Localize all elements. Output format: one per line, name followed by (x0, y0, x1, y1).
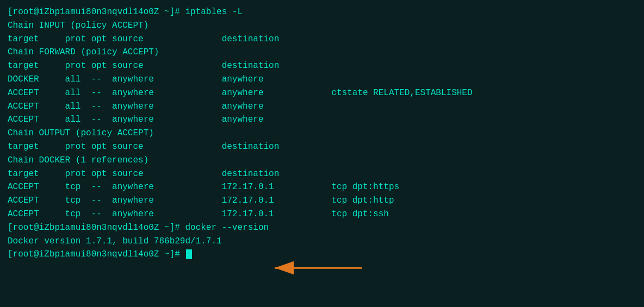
terminal-line: target prot opt source destination (8, 167, 636, 181)
terminal-line: ACCEPT all -- anywhere anywhere ctstate … (8, 86, 636, 100)
terminal-line: Chain INPUT (policy ACCEPT) (8, 19, 636, 33)
terminal-line: Chain FORWARD (policy ACCEPT) (8, 46, 636, 59)
terminal-line: ACCEPT all -- anywhere anywhere (8, 113, 636, 127)
terminal-line: target prot opt source destination (8, 140, 636, 154)
terminal-line: ACCEPT tcp -- anywhere 172.17.0.1 tcp dp… (8, 180, 636, 194)
terminal-line: Docker version 1.7.1, build 786b29d/1.7.… (8, 235, 636, 248)
terminal-line: Chain OUTPUT (policy ACCEPT) (8, 127, 636, 140)
terminal-window[interactable]: [root@iZbp1amui80n3nqvdl14o0Z ~]# iptabl… (0, 0, 644, 307)
terminal-line: [root@iZbp1amui80n3nqvdl14o0Z ~]# docker… (8, 221, 636, 235)
terminal-line: ACCEPT tcp -- anywhere 172.17.0.1 tcp dp… (8, 208, 636, 221)
terminal-line: DOCKER all -- anywhere anywhere (8, 73, 636, 86)
terminal-line: [root@iZbp1amui80n3nqvdl14o0Z ~]# iptabl… (8, 5, 636, 19)
terminal-output: [root@iZbp1amui80n3nqvdl14o0Z ~]# iptabl… (8, 5, 636, 261)
arrow-annotation (267, 257, 364, 279)
terminal-line: target prot opt source destination (8, 59, 636, 73)
terminal-line: ACCEPT all -- anywhere anywhere (8, 100, 636, 114)
terminal-line: ACCEPT tcp -- anywhere 172.17.0.1 tcp dp… (8, 194, 636, 208)
terminal-cursor (186, 249, 192, 259)
terminal-line: target prot opt source destination (8, 33, 636, 46)
terminal-line: Chain DOCKER (1 references) (8, 154, 636, 167)
